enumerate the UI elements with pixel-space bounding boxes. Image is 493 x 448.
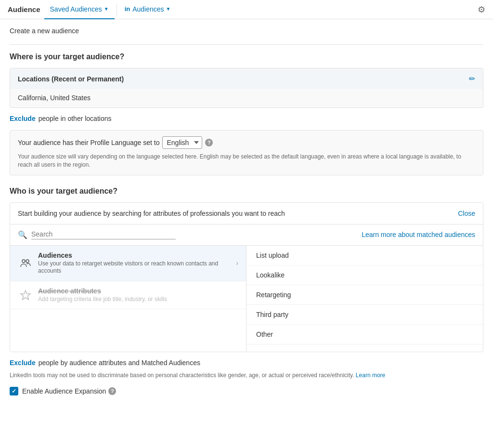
search-icon: 🔍 xyxy=(18,230,27,239)
language-help-icon[interactable]: ? xyxy=(205,139,213,146)
two-panel: Audiences Use your data to retarget webs… xyxy=(10,246,483,352)
exclude-attributes-row: Exclude people by audience attributes an… xyxy=(10,359,483,367)
settings-icon[interactable]: ⚙ xyxy=(478,4,485,15)
create-new-label: Create a new audience xyxy=(10,27,483,35)
saved-audiences-chevron: ▼ xyxy=(104,6,109,12)
sub-item-list-upload[interactable]: List upload xyxy=(246,246,483,265)
svg-point-0 xyxy=(22,260,25,263)
top-nav: Audience Saved Audiences ▼ in Audiences … xyxy=(0,0,493,19)
audiences-text: Audiences Use your data to retarget webs… xyxy=(38,251,236,275)
left-panel: Audiences Use your data to retarget webs… xyxy=(10,246,246,352)
edit-location-icon[interactable]: ✏ xyxy=(469,74,475,83)
sub-item-lookalike[interactable]: Lookalike xyxy=(246,265,483,285)
exclude-attributes-text: people by audience attributes and Matche… xyxy=(39,359,200,367)
who-section-title: Who is your target audience? xyxy=(10,187,483,196)
audience-attributes-desc: Add targeting criteria like job title, i… xyxy=(38,296,238,303)
locations-title: Locations (Recent or Permanent) xyxy=(18,75,124,83)
top-divider xyxy=(10,44,483,45)
language-row: Your audience has their Profile Language… xyxy=(18,136,475,149)
linkedin-audiences-chevron: ▼ xyxy=(166,6,171,12)
enable-expansion-row: ✓ Enable Audience Expansion ? xyxy=(10,387,483,395)
search-row: 🔍 Learn more about matched audiences xyxy=(10,224,483,246)
svg-point-1 xyxy=(26,260,29,263)
audiences-title: Audiences xyxy=(38,251,236,259)
audience-attributes-icon xyxy=(18,288,33,303)
sub-item-third-party[interactable]: Third party xyxy=(246,305,483,325)
exclude-locations-text: people in other locations xyxy=(39,115,112,122)
expansion-label: Enable Audience Expansion xyxy=(22,387,106,395)
saved-audiences-tab[interactable]: Saved Audiences ▼ xyxy=(44,0,115,19)
sub-item-third-party-label: Third party xyxy=(256,311,288,318)
audience-attributes-text: Audience attributes Add targeting criter… xyxy=(38,287,238,303)
disclaimer-text: LinkedIn tools may not be used to discri… xyxy=(10,372,354,379)
search-input[interactable] xyxy=(31,230,176,239)
language-select-wrap: English French German Spanish ? xyxy=(162,136,213,149)
exclude-locations-row: Exclude people in other locations xyxy=(10,115,483,122)
search-left: 🔍 xyxy=(18,230,362,239)
linkedin-icon: in xyxy=(125,5,130,13)
audience-builder-text: Start building your audience by searchin… xyxy=(18,210,285,217)
disclaimer-learn-more[interactable]: Learn more xyxy=(356,372,385,379)
audiences-desc: Use your data to retarget website visito… xyxy=(38,260,236,275)
locations-header: Locations (Recent or Permanent) ✏ xyxy=(10,68,483,89)
language-prefix: Your audience has their Profile Language… xyxy=(18,139,159,146)
audiences-icon xyxy=(18,255,33,271)
language-note: Your audience size will vary depending o… xyxy=(18,153,475,169)
menu-item-audience-attributes[interactable]: Audience attributes Add targeting criter… xyxy=(10,281,246,310)
sub-item-lookalike-label: Lookalike xyxy=(256,271,285,279)
right-panel: List upload Lookalike Retargeting Third … xyxy=(246,246,483,352)
menu-item-audiences[interactable]: Audiences Use your data to retarget webs… xyxy=(10,246,246,281)
sub-item-other[interactable]: Other xyxy=(246,325,483,344)
sub-item-retargeting[interactable]: Retargeting xyxy=(246,285,483,305)
audience-label: Audience xyxy=(8,5,40,13)
locations-value: California, United States xyxy=(10,89,483,107)
sub-item-list-upload-label: List upload xyxy=(256,251,289,259)
target-audience-box: Start building your audience by searchin… xyxy=(10,202,483,352)
nav-separator xyxy=(117,4,117,15)
saved-audiences-label: Saved Audiences xyxy=(50,5,102,13)
expansion-checkbox[interactable]: ✓ xyxy=(10,387,18,395)
svg-marker-2 xyxy=(21,290,30,300)
audience-attributes-title: Audience attributes xyxy=(38,287,238,295)
locations-box: Locations (Recent or Permanent) ✏ Califo… xyxy=(10,68,483,108)
language-select[interactable]: English French German Spanish xyxy=(162,136,202,149)
main-content: Create a new audience Where is your targ… xyxy=(0,19,493,403)
sub-item-other-label: Other xyxy=(256,330,273,338)
exclude-attributes-link[interactable]: Exclude xyxy=(10,359,36,367)
learn-more-link[interactable]: Learn more about matched audiences xyxy=(362,231,475,238)
linkedin-audiences-label: Audiences xyxy=(132,5,164,13)
where-section-title: Where is your target audience? xyxy=(10,53,483,61)
sub-item-retargeting-label: Retargeting xyxy=(256,291,291,299)
language-box: Your audience has their Profile Language… xyxy=(10,130,483,175)
linkedin-audiences-tab[interactable]: in Audiences ▼ xyxy=(119,0,177,19)
audiences-arrow: › xyxy=(236,259,238,267)
disclaimer: LinkedIn tools may not be used to discri… xyxy=(10,371,483,380)
exclude-locations-link[interactable]: Exclude xyxy=(10,115,36,122)
close-button[interactable]: Close xyxy=(458,210,475,217)
checkbox-check-icon: ✓ xyxy=(12,388,16,395)
audience-builder-header: Start building your audience by searchin… xyxy=(10,203,483,224)
expansion-help-icon[interactable]: ? xyxy=(108,387,116,395)
